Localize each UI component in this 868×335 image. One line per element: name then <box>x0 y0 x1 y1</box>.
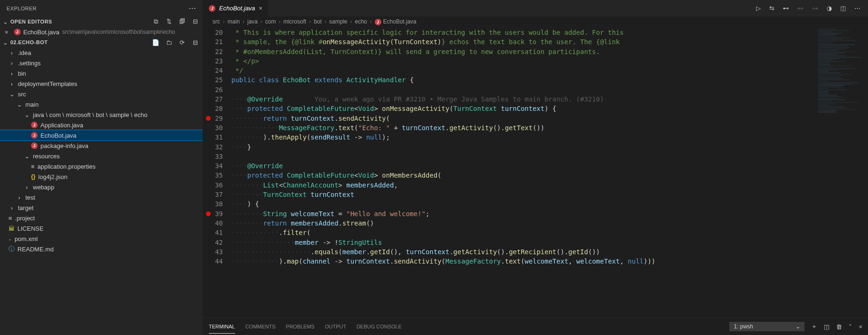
code-line[interactable]: ····@Override <box>231 161 816 171</box>
breadcrumb-segment[interactable]: main <box>228 18 240 25</box>
line-number[interactable]: 26 <box>203 85 223 94</box>
tree-item[interactable]: ⌄resources <box>0 151 203 161</box>
line-number[interactable]: 44 <box>203 257 223 266</box>
terminal-selector[interactable]: 1: pwsh ⌄ <box>729 322 805 331</box>
line-number[interactable]: 40 <box>203 218 223 228</box>
breadcrumb-segment[interactable]: sample <box>329 18 347 25</box>
new-folder-icon[interactable]: 🗀 <box>165 39 173 46</box>
breadcrumb-segment[interactable]: src <box>213 18 220 25</box>
tree-item[interactable]: ›.settings <box>0 58 203 68</box>
tree-item[interactable]: ⌄java \ com \ microsoft \ bot \ sample \… <box>0 109 203 120</box>
code-line[interactable]: ············MessageFactory.text("Echo: "… <box>231 123 816 132</box>
line-number[interactable]: 23 <box>203 56 223 66</box>
tree-item[interactable]: ›webapp <box>0 182 203 192</box>
code-line[interactable]: * #onMembersAdded(List, TurnContext)} wi… <box>231 47 816 56</box>
close-panel-icon[interactable]: × <box>859 323 862 330</box>
line-number[interactable]: 41 <box>203 228 223 237</box>
breadcrumb-segment[interactable]: java <box>247 18 258 25</box>
breadcrumb-segment[interactable]: com <box>265 18 276 25</box>
line-number[interactable]: 37 <box>203 190 223 199</box>
code-line[interactable]: ········String welcomeText = "Hello and … <box>231 209 816 218</box>
tree-item[interactable]: ›target <box>0 203 203 213</box>
line-number[interactable]: 31 <box>203 132 223 142</box>
code-line[interactable]: ····} <box>231 142 816 152</box>
tree-item[interactable]: JEchoBot.java <box>0 130 203 140</box>
code-line[interactable]: ················member -> !StringUtils <box>231 238 816 247</box>
tree-item[interactable]: ⓘREADME.md <box>0 244 203 254</box>
line-number[interactable]: 35 <box>203 171 223 180</box>
line-number[interactable]: 24 <box>203 66 223 75</box>
tree-item[interactable]: 🏛LICENSE <box>0 223 203 234</box>
code-line[interactable]: ············).map(channel -> turnContext… <box>231 257 816 266</box>
panel-tab-debug-console[interactable]: DEBUG CONSOLE <box>356 320 402 334</box>
code-line[interactable]: ····················.equals(member.getId… <box>231 247 816 257</box>
tab-echobot[interactable]: J EchoBot.java × <box>203 0 268 16</box>
prev-change-icon[interactable]: ⊷ <box>797 5 804 12</box>
collapse-icon[interactable]: ⊟ <box>191 39 199 46</box>
code-line[interactable] <box>231 85 816 94</box>
code-line[interactable]: public class EchoBot extends ActivityHan… <box>231 75 816 85</box>
close-all-icon[interactable]: ⊟ <box>191 18 199 25</box>
refresh-icon[interactable]: ⟳ <box>178 39 186 46</box>
split-terminal-icon[interactable]: ◫ <box>824 323 829 330</box>
tree-item[interactable]: ›deploymentTemplates <box>0 78 203 89</box>
explorer-more-icon[interactable]: ⋯ <box>189 4 197 13</box>
breadcrumb-segment[interactable]: JEchoBot.java <box>375 18 417 25</box>
line-number[interactable]: 20 <box>203 28 223 37</box>
panel-tab-comments[interactable]: COMMENTS <box>245 320 276 334</box>
save-all-icon[interactable]: 🗐 <box>178 18 186 25</box>
git-commit-icon[interactable]: ⊷ <box>783 5 789 12</box>
new-untitled-icon[interactable]: ⧉ <box>152 18 159 25</box>
code-line[interactable]: ········return turnContext.sendActivity( <box>231 114 816 123</box>
maximize-panel-icon[interactable]: ˄ <box>849 323 852 330</box>
toggle-vertical-icon[interactable]: ⇅ <box>165 18 173 25</box>
tree-item[interactable]: ›.idea <box>0 47 203 58</box>
panel-tab-terminal[interactable]: TERMINAL <box>209 320 235 334</box>
code-editor[interactable]: 2021222324252627282930313233343536373839… <box>203 27 868 318</box>
line-number[interactable]: 21 <box>203 37 223 47</box>
open-editor-item[interactable]: × J EchoBot.java src\main\java\com\micro… <box>0 27 203 37</box>
code-line[interactable]: */ <box>231 66 816 75</box>
line-number[interactable]: 33 <box>203 152 223 161</box>
code-line[interactable]: ····@Override You, a week ago via PR #32… <box>231 94 816 104</box>
breadcrumb-segment[interactable]: bot <box>314 18 322 25</box>
close-icon[interactable]: × <box>5 29 8 36</box>
code-line[interactable]: ········).thenApply(sendResult -> null); <box>231 132 816 142</box>
line-number[interactable]: 22 <box>203 47 223 56</box>
tree-item[interactable]: ›bin <box>0 68 203 78</box>
compare-changes-icon[interactable]: ⇆ <box>769 5 774 12</box>
split-editor-icon[interactable]: ◫ <box>840 5 846 12</box>
line-number[interactable]: 36 <box>203 180 223 190</box>
tree-item[interactable]: ≡.project <box>0 213 203 223</box>
code-line[interactable]: ········TurnContext turnContext <box>231 190 816 199</box>
line-number[interactable]: 28 <box>203 104 223 113</box>
code-line[interactable]: ············.filter( <box>231 228 816 237</box>
close-icon[interactable]: × <box>259 5 263 12</box>
new-file-icon[interactable]: 📄 <box>152 39 159 46</box>
code-line[interactable]: ····) { <box>231 199 816 209</box>
more-actions-icon[interactable]: ⋯ <box>854 5 860 12</box>
breadcrumb-segment[interactable]: echo <box>355 18 367 25</box>
line-number[interactable]: 32 <box>203 142 223 152</box>
code-line[interactable] <box>231 152 816 161</box>
new-terminal-icon[interactable]: ＋ <box>811 322 817 331</box>
tree-item[interactable]: ›test <box>0 192 203 203</box>
code-line[interactable]: ········return membersAdded.stream() <box>231 218 816 228</box>
tree-item[interactable]: JApplication.java <box>0 120 203 130</box>
breakpoint-icon[interactable] <box>206 211 211 216</box>
code-line[interactable]: ········List<ChannelAccount> membersAdde… <box>231 180 816 190</box>
tree-item[interactable]: ≡application.properties <box>0 161 203 171</box>
breadcrumb-segment[interactable]: microsoft <box>284 18 307 25</box>
line-number[interactable]: 43 <box>203 247 223 257</box>
tree-item[interactable]: Jpackage-info.java <box>0 140 203 151</box>
breadcrumb[interactable]: src›main›java›com›microsoft›bot›sample›e… <box>203 16 868 27</box>
open-editors-header[interactable]: ⌄ OPEN EDITORS ⧉ ⇅ 🗐 ⊟ <box>0 16 203 27</box>
code-line[interactable]: ····protected CompletableFuture<Void> on… <box>231 171 816 180</box>
tree-item[interactable]: {}log4j2.json <box>0 171 203 182</box>
next-change-icon[interactable]: ⊶ <box>812 5 818 12</box>
toggle-icon[interactable]: ◑ <box>827 5 832 12</box>
kill-terminal-icon[interactable]: 🗑 <box>836 323 842 330</box>
tree-item[interactable]: ⌄main <box>0 99 203 109</box>
panel-tab-output[interactable]: OUTPUT <box>325 320 346 334</box>
line-number[interactable]: 25 <box>203 75 223 85</box>
